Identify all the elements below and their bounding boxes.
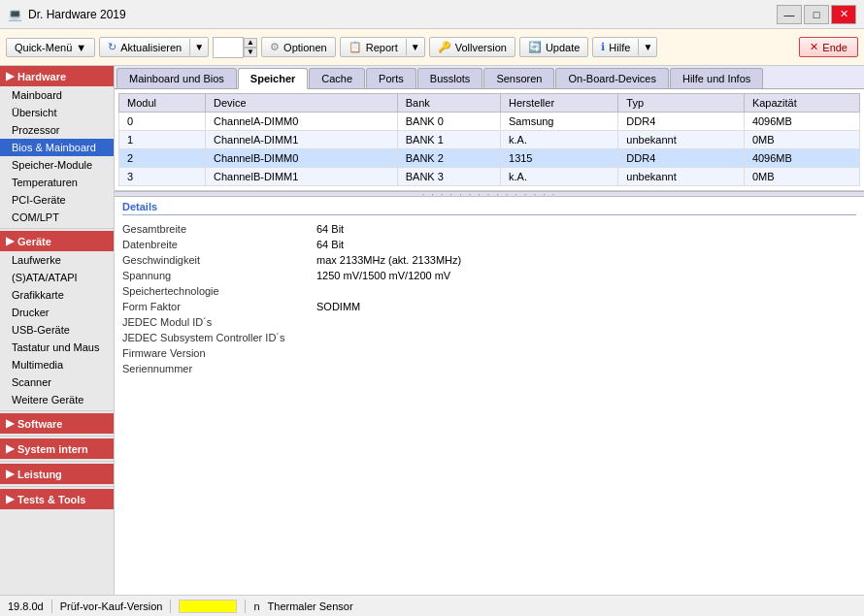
cell-device-1: ChannelA-DIMM1: [205, 131, 397, 149]
detail-value-5: SODIMM: [316, 301, 360, 312]
table-row[interactable]: 2ChannelB-DIMM0BANK 21315DDR44096MB: [119, 149, 860, 168]
detail-value-1: 64 Bit: [316, 239, 344, 250]
hilfe-button[interactable]: ℹ Hilfe ▼: [592, 37, 657, 57]
detail-label-3: Spannung: [122, 270, 316, 281]
sidebar-item-bios-mainboard[interactable]: Bios & Mainboard: [0, 139, 114, 156]
maximize-button[interactable]: □: [804, 5, 829, 24]
detail-value-3: 1250 mV/1500 mV/1200 mV: [316, 270, 450, 281]
close-button[interactable]: ✕: [831, 5, 856, 24]
tab-cache[interactable]: Cache: [309, 68, 365, 88]
cell-bank-3: BANK 3: [397, 168, 500, 186]
sidebar-divider-4: [0, 461, 114, 462]
sidebar-item-temperaturen[interactable]: Temperaturen: [0, 174, 114, 191]
sidebar-item-uebersicht[interactable]: Übersicht: [0, 104, 114, 121]
status-version: 19.8.0d: [8, 600, 44, 612]
toolbar: Quick-Menü ▼ ↻ Aktualisieren ▼ 30 ▲ ▼ ⚙ …: [0, 29, 864, 66]
col-header-bank[interactable]: Bank: [397, 94, 500, 113]
col-header-hersteller[interactable]: Hersteller: [501, 94, 618, 113]
sidebar-system-header[interactable]: ▶ System intern: [0, 438, 114, 459]
detail-row: JEDEC Modul ID´s: [122, 314, 856, 330]
detail-row: JEDEC Subsystem Controller ID´s: [122, 330, 856, 345]
sidebar-divider-3: [0, 436, 114, 437]
sidebar-tests-header[interactable]: ▶ Tests & Tools: [0, 489, 114, 509]
sidebar-system-label: System intern: [17, 443, 88, 455]
sidebar-hardware-header[interactable]: ▶ Hardware: [0, 66, 114, 86]
tab-busslots[interactable]: Busslots: [417, 68, 483, 88]
detail-value-2: max 2133MHz (akt. 2133MHz): [316, 254, 461, 266]
cell-bank-0: BANK 0: [397, 113, 500, 131]
tab-sensoren[interactable]: Sensoren: [483, 68, 554, 88]
sidebar-geraete-header[interactable]: ▶ Geräte: [0, 231, 114, 251]
spinner-buttons: ▲ ▼: [244, 38, 257, 57]
sidebar-tests-label: Tests & Tools: [17, 494, 86, 505]
memory-table-section: Modul Device Bank Hersteller Typ Kapazit…: [115, 89, 864, 191]
sidebar-item-grafikkarte[interactable]: Grafikkarte: [0, 286, 114, 304]
update-button[interactable]: 🔄 Update: [519, 37, 588, 57]
table-row[interactable]: 1ChannelA-DIMM1BANK 1k.A.unbekannt0MB: [119, 131, 860, 149]
tab-hilfe-infos[interactable]: Hilfe und Infos: [670, 68, 763, 88]
tab-onboard-devices[interactable]: On-Board-Devices: [555, 68, 668, 88]
cell-hersteller-3: k.A.: [501, 168, 618, 186]
cell-device-0: ChannelA-DIMM0: [205, 113, 397, 131]
sidebar-leistung-header[interactable]: ▶ Leistung: [0, 464, 114, 484]
hilfe-icon: ℹ: [601, 41, 605, 53]
cell-typ-0: DDR4: [618, 113, 745, 131]
sidebar-item-sata-atapi[interactable]: (S)ATA/ATAPI: [0, 269, 114, 286]
cell-kapazitaet-1: 0MB: [744, 131, 859, 149]
table-row[interactable]: 0ChannelA-DIMM0BANK 0SamsungDDR44096MB: [119, 113, 860, 131]
sidebar-item-scanner[interactable]: Scanner: [0, 373, 114, 391]
spinner-down[interactable]: ▼: [244, 48, 257, 57]
aktualisieren-button[interactable]: ↻ Aktualisieren ▼: [99, 37, 209, 57]
aktualisieren-arrow[interactable]: ▼: [189, 39, 208, 55]
table-row[interactable]: 3ChannelB-DIMM1BANK 3k.A.unbekannt0MB: [119, 168, 860, 186]
detail-row: Spannung1250 mV/1500 mV/1200 mV: [122, 268, 856, 283]
quick-menu-arrow: ▼: [76, 42, 86, 53]
cell-kapazitaet-0: 4096MB: [744, 113, 859, 131]
main-layout: ▶ Hardware Mainboard Übersicht Prozessor…: [0, 66, 864, 595]
detail-label-2: Geschwindigkeit: [122, 254, 316, 266]
sidebar-software-header[interactable]: ▶ Software: [0, 413, 114, 434]
sidebar-divider-1: [0, 228, 114, 229]
spinner-up[interactable]: ▲: [244, 38, 257, 48]
sidebar-leistung-label: Leistung: [17, 469, 62, 480]
quick-menu-button[interactable]: Quick-Menü ▼: [6, 38, 95, 57]
ende-icon: ✕: [810, 41, 818, 53]
tab-ports[interactable]: Ports: [366, 68, 416, 88]
sidebar-item-tastatur-maus[interactable]: Tastatur und Maus: [0, 339, 114, 356]
report-button[interactable]: 📋 Report ▼: [340, 37, 425, 57]
cell-device-3: ChannelB-DIMM1: [205, 168, 397, 186]
aktualisieren-main[interactable]: ↻ Aktualisieren: [100, 38, 189, 56]
interval-input[interactable]: 30: [213, 37, 244, 58]
sidebar-item-laufwerke[interactable]: Laufwerke: [0, 251, 114, 269]
ende-button[interactable]: ✕ Ende: [799, 37, 858, 57]
tab-mainboard-bios[interactable]: Mainboard und Bios: [116, 68, 237, 88]
optionen-button[interactable]: ⚙ Optionen: [261, 37, 336, 57]
cell-typ-2: DDR4: [618, 149, 745, 168]
details-section: Details Gesamtbreite64 BitDatenbreite64 …: [115, 197, 864, 595]
sidebar-item-multimedia[interactable]: Multimedia: [0, 356, 114, 373]
sidebar-item-drucker[interactable]: Drucker: [0, 304, 114, 321]
tab-speicher[interactable]: Speicher: [238, 68, 308, 89]
sidebar-item-prozessor[interactable]: Prozessor: [0, 121, 114, 139]
hilfe-arrow[interactable]: ▼: [638, 39, 656, 55]
sidebar-item-usb-geraete[interactable]: USB-Geräte: [0, 321, 114, 339]
cell-kapazitaet-3: 0MB: [744, 168, 859, 186]
hilfe-main[interactable]: ℹ Hilfe: [593, 38, 638, 56]
sidebar-item-com-lpt[interactable]: COM/LPT: [0, 209, 114, 226]
col-header-device[interactable]: Device: [205, 94, 397, 113]
interval-spinner[interactable]: 30 ▲ ▼: [213, 37, 257, 58]
sidebar-item-speicher-module[interactable]: Speicher-Module: [0, 156, 114, 174]
report-main[interactable]: 📋 Report: [341, 38, 406, 56]
col-header-modul[interactable]: Modul: [119, 94, 206, 113]
minimize-button[interactable]: —: [777, 5, 802, 24]
report-arrow[interactable]: ▼: [406, 39, 424, 55]
sidebar-item-weitere-geraete[interactable]: Weitere Geräte: [0, 391, 114, 408]
sidebar-hardware-label: Hardware: [17, 71, 66, 82]
col-header-kapazitaet[interactable]: Kapazität: [744, 94, 859, 113]
app-title: Dr. Hardware 2019: [28, 8, 126, 21]
sidebar-item-pci-geraete[interactable]: PCI-Geräte: [0, 191, 114, 209]
vollversion-button[interactable]: 🔑 Vollversion: [429, 37, 515, 57]
status-divider-2: [170, 600, 171, 613]
sidebar-item-mainboard[interactable]: Mainboard: [0, 86, 114, 104]
col-header-typ[interactable]: Typ: [618, 94, 745, 113]
